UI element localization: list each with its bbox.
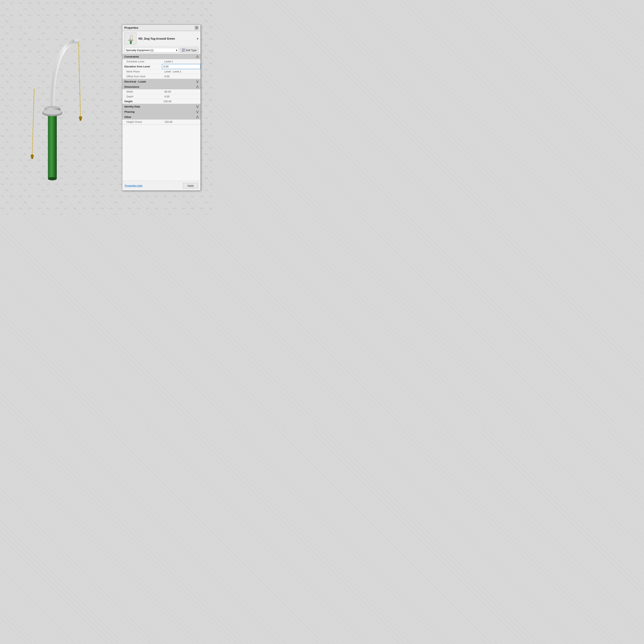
prop-row-offset-from-host: Offset from Host 0.00 — [122, 74, 200, 79]
prop-label-height-check: Height Check — [122, 120, 163, 124]
svg-point-6 — [79, 119, 82, 121]
section-constraints: Constraints ⋀ Schedule Level Level 1 Ele… — [122, 54, 200, 79]
svg-rect-25 — [182, 49, 184, 50]
properties-panel: Properties ✕ RD_Dog Tug Around Green ▾ S… — [122, 25, 201, 191]
edit-type-label: Edit Type — [186, 49, 197, 52]
prop-label-work-plane: Work Plane — [122, 69, 163, 74]
prop-row-work-plane: Work Plane Level : Level 1 — [122, 69, 200, 74]
prop-row-width: Width 90.00 — [122, 89, 200, 94]
prop-label-elevation-from-level: Elevation from Level — [122, 64, 162, 69]
section-toggle-constraints: ⋀ — [196, 55, 198, 58]
section-other: Other ⋀ Height Check 120.00 — [122, 114, 200, 124]
preview-row: RD_Dog Tug Around Green ▾ — [122, 31, 200, 46]
component-name: RD_Dog Tug Around Green — [138, 37, 195, 40]
prop-label-width: Width — [122, 89, 163, 94]
prop-label-height: Height — [122, 99, 162, 104]
type-dropdown[interactable]: Specialty Equipment (1) ▾ — [124, 48, 179, 53]
section-electrical-loads: Electrical - Loads ⋁ — [122, 79, 200, 84]
section-toggle-dimensions: ⋀ — [196, 85, 198, 88]
prop-row-depth: Depth 6.00 — [122, 94, 200, 99]
svg-point-9 — [31, 157, 33, 159]
prop-row-height-check: Height Check 120.00 — [122, 120, 200, 124]
panel-footer: Properties help Apply — [122, 181, 200, 190]
svg-line-4 — [78, 40, 81, 117]
type-selector-label: Specialty Equipment (1) — [126, 49, 154, 52]
panel-titlebar: Properties ✕ — [122, 25, 200, 31]
svg-rect-15 — [48, 112, 57, 179]
prop-value-height: 120.00 — [162, 99, 200, 104]
prop-value-width: 90.00 — [163, 89, 200, 94]
panel-title: Properties — [124, 26, 138, 29]
section-label-electrical-loads: Electrical - Loads — [124, 80, 146, 83]
preview-dropdown-arrow[interactable]: ▾ — [197, 37, 198, 41]
edit-type-button[interactable]: Edit Type — [180, 48, 198, 53]
section-toggle-other: ⋀ — [196, 115, 198, 119]
prop-value-work-plane: Level : Level 1 — [163, 69, 200, 74]
prop-value-height-check: 120.00 — [163, 120, 200, 124]
prop-value-depth: 6.00 — [163, 94, 200, 99]
prop-value-schedule-level: Level 1 — [163, 59, 200, 64]
type-selector-row: Specialty Equipment (1) ▾ Edit Type — [122, 46, 200, 54]
section-header-electrical-loads[interactable]: Electrical - Loads ⋁ — [122, 79, 200, 84]
section-toggle-phasing: ⋁ — [196, 110, 198, 113]
close-button[interactable]: ✕ — [195, 26, 198, 30]
prop-label-depth: Depth — [122, 94, 163, 99]
empty-area — [122, 124, 200, 181]
section-dimensions: Dimensions ⋀ Width 90.00 Depth 6.00 Heig… — [122, 84, 200, 104]
section-header-constraints[interactable]: Constraints ⋀ — [122, 54, 200, 59]
prop-label-offset-from-host: Offset from Host — [122, 74, 163, 79]
section-phasing: Phasing ⋁ — [122, 109, 200, 114]
section-identity-data: Identity Data ⋁ — [122, 104, 200, 109]
section-toggle-electrical-loads: ⋁ — [196, 80, 198, 83]
prop-label-schedule-level: Schedule Level — [122, 59, 163, 64]
section-header-phasing[interactable]: Phasing ⋁ — [122, 109, 200, 114]
prop-row-height: Height 120.00 — [122, 99, 200, 104]
svg-point-19 — [43, 109, 61, 114]
apply-button[interactable]: Apply — [183, 183, 198, 188]
svg-point-16 — [48, 177, 57, 180]
svg-line-7 — [32, 89, 34, 155]
type-selector-arrow: ▾ — [176, 49, 177, 52]
prop-value-offset-from-host: 0.00 — [163, 74, 200, 79]
section-label-identity-data: Identity Data — [124, 105, 140, 108]
edit-type-icon — [182, 49, 185, 52]
properties-help-link[interactable]: Properties help — [125, 184, 142, 187]
section-label-phasing: Phasing — [124, 110, 135, 113]
section-label-other: Other — [124, 116, 131, 119]
section-header-identity-data[interactable]: Identity Data ⋁ — [122, 104, 200, 109]
section-toggle-identity-data: ⋁ — [196, 105, 198, 108]
preview-thumbnail — [124, 33, 136, 45]
prop-row-elevation-from-level: Elevation from Level 0.00 — [122, 64, 200, 69]
svg-point-22 — [128, 39, 133, 41]
section-label-constraints: Constraints — [124, 55, 139, 58]
svg-point-11 — [74, 38, 80, 41]
prop-value-elevation-from-level[interactable]: 0.00 — [162, 64, 200, 69]
section-label-dimensions: Dimensions — [124, 85, 139, 88]
section-header-other[interactable]: Other ⋀ — [122, 114, 200, 120]
equipment-drawing — [12, 30, 113, 187]
prop-row-schedule-level: Schedule Level Level 1 — [122, 59, 200, 64]
section-header-dimensions[interactable]: Dimensions ⋀ — [122, 84, 200, 89]
